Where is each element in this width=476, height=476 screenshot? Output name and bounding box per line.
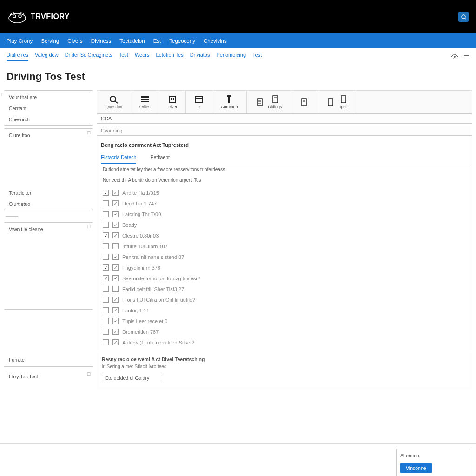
question-row[interactable]: Latcring Thr T/00	[97, 209, 472, 219]
column-icon	[225, 95, 234, 104]
checkbox-primary[interactable]	[103, 190, 109, 196]
checkbox-secondary[interactable]	[112, 275, 119, 281]
checkbox-secondary[interactable]	[112, 297, 119, 303]
checkbox-primary[interactable]	[103, 318, 109, 324]
checkbox-secondary[interactable]	[112, 200, 119, 206]
toolbar-orlies[interactable]: Orlies	[131, 91, 159, 113]
question-row[interactable]: Penitral nit nane s stend 87	[97, 251, 472, 262]
question-label: Andite fila 1/015	[122, 190, 159, 196]
sub-nav-item[interactable]: Test	[252, 52, 262, 61]
toolbar-divet[interactable]: Divet	[159, 91, 186, 113]
panel-item[interactable]: Teracic ter	[4, 187, 93, 198]
section-title: Beng racio eomment Act Tupresterd	[97, 138, 472, 152]
filter-input-cca[interactable]: CCA	[97, 113, 472, 124]
question-row[interactable]: Lantur, 1,11	[97, 305, 472, 316]
nav-item[interactable]: Clvers	[67, 38, 83, 44]
section-tab[interactable]: Petitaent	[150, 152, 169, 164]
nav-item[interactable]: Est	[153, 38, 161, 44]
toolbar-doc[interactable]	[291, 91, 317, 113]
document-icon	[326, 98, 335, 106]
panel-item[interactable]: Olurt etuo	[4, 198, 93, 210]
question-row[interactable]: Dromerition 787	[97, 326, 472, 337]
checkbox-secondary[interactable]	[112, 254, 119, 260]
checkbox-primary[interactable]	[103, 200, 109, 206]
toolbar-question[interactable]: Question	[97, 91, 131, 113]
checkbox-primary[interactable]	[103, 254, 109, 260]
sub-nav-item[interactable]: Letotion Tes	[156, 52, 184, 61]
category-select[interactable]: Eto deided el Galary	[102, 373, 162, 383]
checkbox-primary[interactable]	[103, 275, 109, 281]
panel-item[interactable]: Cerrtant	[4, 103, 93, 114]
sub-nav-item[interactable]: Valeg dew	[35, 52, 59, 61]
section-tabs: Elstacria Datech Petitaent	[97, 152, 472, 164]
toolbar-iper[interactable]: Iper	[317, 91, 357, 113]
toolbar-common[interactable]: Common	[212, 91, 247, 113]
nav-item[interactable]: Tectaticion	[119, 38, 145, 44]
checkbox-secondary[interactable]	[112, 222, 119, 228]
question-row[interactable]: Seernnite tranotion foruzg triviesr?	[97, 273, 472, 284]
panel-heading: Clure ftoo	[4, 129, 93, 141]
sub-nav-item[interactable]: Dialre res	[7, 52, 28, 61]
collapse-icon[interactable]: ☐	[87, 225, 91, 229]
question-row[interactable]: Hend fila 1 747	[97, 198, 472, 209]
collapse-icon[interactable]: ☐	[87, 131, 91, 135]
checkbox-primary[interactable]	[103, 339, 109, 345]
question-row[interactable]: Frons ItUI Citra on Oirl lir uutild?	[97, 294, 472, 305]
collapse-icon[interactable]: ☐	[87, 372, 91, 377]
question-row[interactable]: Autrew (1) nh Inorratited Sitset?	[97, 337, 472, 348]
nav-item[interactable]: Play Crony	[7, 38, 33, 44]
sub-nav-item[interactable]: Drider Sc Creaginets	[65, 52, 112, 61]
toolbar-ditfings[interactable]: Ditfings	[247, 91, 291, 113]
checkbox-secondary[interactable]	[112, 307, 119, 313]
question-row[interactable]: Andite fila 1/015	[97, 187, 472, 198]
sub-nav-item[interactable]: Driviatos	[190, 52, 210, 61]
checkbox-primary[interactable]	[103, 297, 109, 303]
svg-point-2	[19, 15, 21, 18]
checkbox-secondary[interactable]	[112, 329, 119, 335]
header-action-button[interactable]	[458, 12, 469, 22]
toolbar-ir[interactable]: Ir	[186, 91, 212, 113]
app-logo[interactable]: TRVFIORY	[7, 10, 70, 24]
sub-nav-item[interactable]: Weors	[135, 52, 150, 61]
nav-item[interactable]: Serving	[41, 38, 59, 44]
nav-item[interactable]: Chevivins	[204, 38, 227, 44]
filter-input-cvanning[interactable]: Cvanning	[97, 126, 472, 136]
question-row[interactable]: Farild deit ftil, Sher Tisf3.27	[97, 284, 472, 294]
section-tab[interactable]: Elstacria Datech	[101, 152, 136, 164]
nav-item[interactable]: Diviness	[91, 38, 111, 44]
question-label: Seernnite tranotion foruzg triviesr?	[122, 276, 200, 281]
checkbox-secondary[interactable]	[112, 339, 119, 345]
checkbox-secondary[interactable]	[112, 232, 119, 238]
checkbox-primary[interactable]	[103, 243, 109, 249]
checkbox-secondary[interactable]	[112, 190, 119, 196]
toolbar-label: Ir	[198, 105, 200, 109]
bottom-instructions: Resny racio oe wemi A ct Divel Teeretsch…	[97, 353, 472, 387]
sub-nav-item[interactable]: Periomoicing	[216, 52, 246, 61]
question-label: Frigyolo inrn 378	[122, 265, 160, 271]
question-row[interactable]: Clestre 0.80r 03	[97, 230, 472, 241]
checkbox-secondary[interactable]	[112, 318, 119, 324]
question-row[interactable]: Beady	[97, 219, 472, 230]
checkbox-secondary[interactable]	[112, 286, 119, 292]
nav-item[interactable]: Tegeocony	[169, 38, 195, 44]
panel-item[interactable]: Chesnrch	[4, 114, 93, 125]
question-row[interactable]: Frigyolo inrn 378	[97, 262, 472, 273]
checkbox-secondary[interactable]	[112, 264, 119, 271]
question-row[interactable]: Infulre 10r Jinrn 107	[97, 241, 472, 251]
visibility-icon[interactable]	[451, 54, 458, 60]
question-row[interactable]: Tupls Leer rece et 0	[97, 316, 472, 326]
checkbox-secondary[interactable]	[112, 243, 119, 249]
panel-heading: Vour that are	[4, 91, 93, 103]
checkbox-primary[interactable]	[103, 211, 109, 217]
checkbox-primary[interactable]	[103, 232, 109, 238]
checkbox-primary[interactable]	[103, 307, 109, 313]
checkbox-primary[interactable]	[103, 286, 109, 292]
checkbox-primary[interactable]	[103, 264, 109, 271]
svg-rect-14	[170, 96, 175, 103]
checkbox-primary[interactable]	[103, 222, 109, 228]
collapse-icon[interactable]: ☐	[0, 93, 2, 97]
sub-nav-item[interactable]: Test	[119, 52, 128, 61]
checkbox-primary[interactable]	[103, 329, 109, 335]
panel-icon[interactable]	[463, 54, 469, 60]
checkbox-secondary[interactable]	[112, 211, 119, 217]
